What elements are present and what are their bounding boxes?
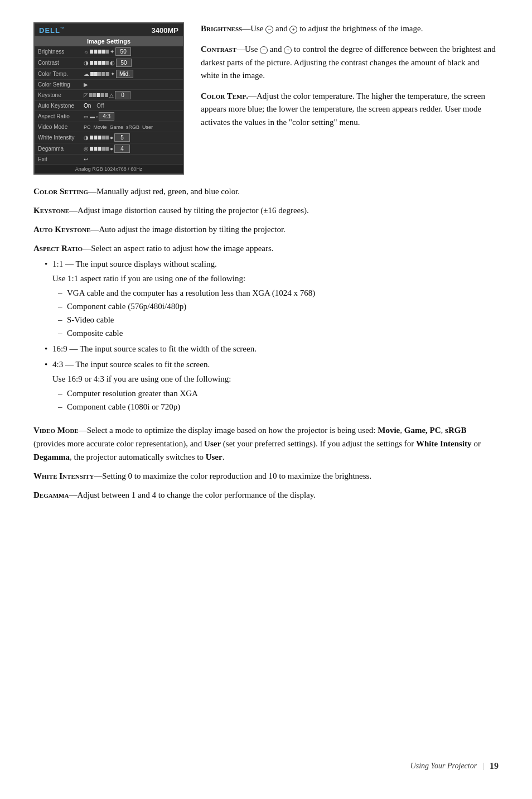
brightness-icon: ☼	[84, 49, 89, 55]
osd-menu-title: Image Settings	[35, 36, 183, 46]
term-videomode: Video Mode	[33, 426, 79, 435]
plus-icon: +	[289, 26, 297, 33]
term-degamma: Degamma	[33, 490, 69, 499]
colortemp-bar	[90, 72, 109, 76]
entry-brightness: Brightness—Use − and + to adjust the bri…	[201, 22, 499, 35]
degamma-value: 4	[114, 145, 130, 153]
aspectratio-list: 1:1 — The input source displays without …	[45, 257, 499, 413]
osd-row-whiteintensity: White Intensity ◑ ● 5	[35, 132, 183, 143]
list-item-16-9: 16:9 — The input source scales to fit th…	[45, 342, 499, 355]
osd-row-degamma: Degamma ◎ ● 4	[35, 143, 183, 155]
contrast-value: 50	[116, 59, 132, 67]
osd-footer: Analog RGB 1024x768 / 60Hz	[35, 165, 183, 174]
osd-box: DELL™ 3400MP Image Settings Brightness ☼…	[33, 22, 184, 175]
entry-degamma: Degamma—Adjust between 1 and 4 to change…	[33, 488, 499, 502]
minus-icon2: −	[260, 46, 268, 54]
keystone-icon: ◸	[84, 92, 88, 98]
colortemp-icon: ☁	[84, 71, 89, 77]
osd-row-aspectratio: Aspect Ratio ▭ ▬ ▫ 4:3	[35, 111, 183, 122]
entry-autokeystone: Auto Keystone—Auto adjust the image dist…	[33, 223, 499, 236]
brightness-icon2: ✦	[110, 49, 114, 55]
contrast-bar	[90, 61, 109, 65]
sub-item-vga: VGA cable and the computer has a resolut…	[58, 286, 499, 300]
sub-list-1-1: VGA cable and the computer has a resolut…	[58, 286, 499, 340]
term-whiteintensity: White Intensity	[33, 471, 94, 480]
keystone-bar	[89, 93, 108, 97]
osd-row-videomode: Video Mode PC Movie Game sRGB User	[35, 122, 183, 132]
whiteintensity-icon: ◑	[84, 134, 89, 141]
top-section: DELL™ 3400MP Image Settings Brightness ☼…	[33, 22, 499, 175]
sub-item-component: Component cable (576p/480i/480p)	[58, 300, 499, 313]
term-keystone: Keystone	[33, 206, 69, 215]
term-contrast: Contrast	[201, 45, 236, 54]
exit-icon: ↩	[84, 156, 88, 162]
brightness-bar	[90, 50, 109, 54]
brightness-value: 50	[115, 47, 131, 56]
osd-row-autokeystone: Auto Keystone On Off	[35, 101, 183, 111]
degamma-icon: ◎	[84, 146, 89, 152]
entry-colortemp: Color Temp.—Adjust the color temperature…	[201, 90, 499, 129]
osd-logo: DELL™	[39, 26, 65, 35]
osd-row-colortemp: Color Temp. ☁ ✦ Mid.	[35, 69, 183, 80]
whiteintensity-bar	[90, 136, 109, 139]
plus-icon2: +	[284, 46, 292, 54]
list-item-1-1: 1:1 — The input source displays without …	[45, 257, 499, 340]
osd-row-keystone: Keystone ◸ △ 0	[35, 90, 183, 101]
footer-text: Using Your Projector	[410, 762, 477, 771]
footer-divider: |	[482, 762, 484, 771]
osd-model: 3400MP	[152, 26, 178, 35]
entry-videomode: Video Mode—Select a mode to optimize the…	[33, 423, 499, 464]
term-colorsetting: Color Setting	[33, 187, 88, 196]
osd-header: DELL™ 3400MP	[35, 23, 183, 36]
sub-item-svideo: S-Video cable	[58, 313, 499, 326]
minus-icon: −	[265, 26, 273, 33]
term-colortemp: Color Temp.	[201, 92, 248, 100]
sub-item-composite: Composite cable	[58, 326, 499, 340]
page-content: DELL™ 3400MP Image Settings Brightness ☼…	[33, 22, 499, 507]
entry-colorsetting: Color Setting—Manually adjust red, green…	[33, 185, 499, 198]
degamma-bar	[90, 147, 109, 151]
osd-row-brightness: Brightness ☼ ✦ 50	[35, 46, 183, 57]
entry-keystone: Keystone—Adjust image distortion caused …	[33, 204, 499, 217]
osd-row-colorsetting: Color Setting ▶	[35, 80, 183, 90]
entry-whiteintensity: White Intensity—Setting 0 to maximize th…	[33, 469, 499, 483]
page-footer: Using Your Projector | 19	[410, 761, 499, 771]
entry-aspectratio: Aspect Ratio—Select an aspect ratio to a…	[33, 242, 499, 418]
degamma-icon2: ●	[110, 146, 113, 152]
term-brightness: Brightness	[201, 24, 242, 33]
osd-row-contrast: Contrast ◑ ◐ 50	[35, 57, 183, 69]
right-text: Brightness—Use − and + to adjust the bri…	[201, 22, 499, 175]
aspectratio-value: 4:3	[99, 112, 114, 121]
colortemp-value: Mid.	[116, 70, 133, 78]
sub-item-component-1080: Component cable (1080i or 720p)	[58, 400, 499, 413]
keystone-value: 0	[115, 91, 130, 99]
osd-row-exit: Exit ↩	[35, 155, 183, 165]
term-autokeystone: Auto Keystone	[33, 225, 90, 234]
sub-list-4-3: Computer resolution greater than XGA Com…	[58, 387, 499, 413]
term-aspectratio: Aspect Ratio	[33, 244, 83, 253]
whiteintensity-value: 5	[114, 133, 130, 142]
whiteintensity-icon2: ●	[110, 134, 113, 141]
sub-item-computer-res: Computer resolution greater than XGA	[58, 387, 499, 400]
page-number: 19	[490, 761, 499, 771]
contrast-icon2: ◐	[110, 60, 115, 66]
keystone-icon2: △	[109, 92, 114, 98]
colorsetting-icon: ▶	[84, 81, 88, 88]
colortemp-icon2: ✦	[110, 71, 115, 77]
osd-screenshot: DELL™ 3400MP Image Settings Brightness ☼…	[33, 22, 184, 175]
entry-contrast: Contrast—Use − and + to control the degr…	[201, 43, 499, 82]
contrast-icon: ◑	[84, 60, 89, 66]
list-item-4-3: 4:3 — The input source scales to fit the…	[45, 358, 499, 413]
